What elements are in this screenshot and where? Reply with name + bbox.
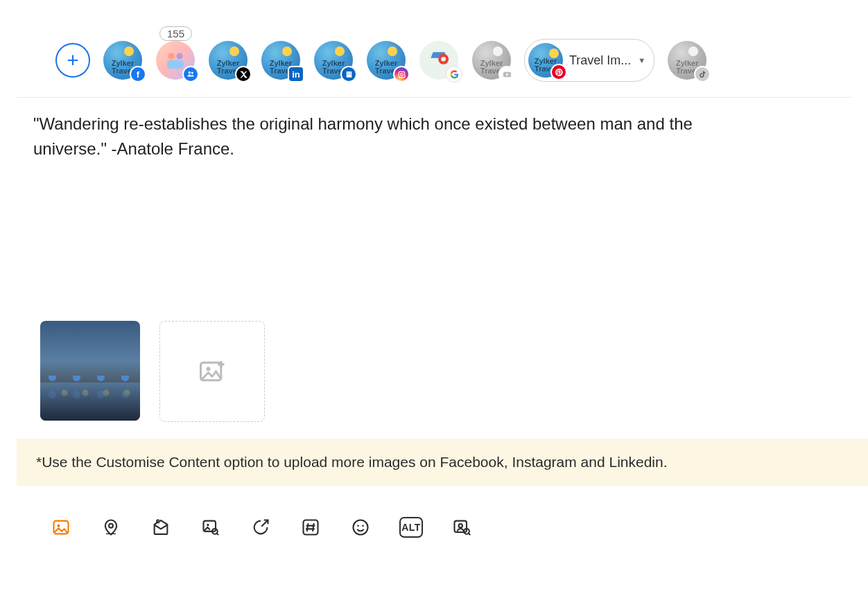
- channel-linkedin[interactable]: Zylker Travel in: [261, 40, 301, 80]
- svg-rect-6: [347, 72, 348, 73]
- svg-rect-5: [346, 71, 351, 78]
- svg-point-25: [354, 520, 368, 535]
- compose-text[interactable]: "Wandering re-establishes the original h…: [33, 112, 699, 161]
- share-button[interactable]: [150, 516, 172, 538]
- tag-people-button[interactable]: [451, 516, 473, 538]
- count-badge: 155: [159, 26, 192, 41]
- channel-tiktok[interactable]: Zylker Travel: [667, 40, 707, 80]
- hashtag-button[interactable]: [300, 516, 322, 538]
- google-icon: [446, 66, 462, 82]
- facebook-icon: f: [130, 66, 146, 82]
- svg-point-29: [459, 524, 462, 527]
- external-link-button[interactable]: [250, 516, 272, 538]
- svg-point-20: [109, 524, 113, 528]
- compose-area[interactable]: "Wandering re-establishes the original h…: [0, 98, 868, 175]
- svg-rect-24: [304, 520, 318, 535]
- group-icon: [182, 66, 199, 82]
- svg-rect-9: [349, 73, 350, 74]
- youtube-icon: [498, 66, 515, 82]
- channel-x[interactable]: Zylker Travel: [208, 40, 248, 80]
- x-icon: [235, 66, 252, 82]
- add-image-button[interactable]: [159, 321, 265, 422]
- channel-pinterest[interactable]: Zylker Travel Travel Im... ▼: [524, 39, 654, 82]
- svg-point-12: [403, 72, 403, 73]
- compose-toolbar: ALT: [0, 486, 868, 566]
- attachment-row: [0, 300, 868, 439]
- alt-label: ALT: [401, 522, 421, 533]
- hint-bar: *Use the Customise Content option to upl…: [17, 439, 868, 486]
- linkedin-company-icon: [340, 66, 357, 82]
- svg-point-19: [57, 525, 60, 527]
- media-button[interactable]: [50, 516, 72, 538]
- pinterest-icon: [550, 64, 567, 80]
- svg-point-11: [400, 73, 403, 76]
- hint-text: *Use the Customise Content option to upl…: [36, 454, 668, 470]
- chevron-down-icon: ▼: [638, 56, 645, 64]
- svg-point-4: [191, 72, 193, 74]
- svg-point-14: [441, 57, 446, 62]
- channel-linkedin-company[interactable]: Zylker Travel: [313, 40, 354, 80]
- channel-instagram[interactable]: Zylker Travel: [366, 40, 406, 80]
- svg-point-17: [207, 367, 211, 371]
- channel-facebook-group[interactable]: 155: [155, 40, 196, 80]
- channel-youtube[interactable]: Zylker Travel: [471, 40, 512, 80]
- channel-google-business[interactable]: [419, 40, 459, 80]
- svg-rect-2: [167, 60, 184, 69]
- channel-pinterest-label: Travel Im...: [569, 53, 631, 68]
- plus-icon: +: [67, 49, 79, 72]
- emoji-button[interactable]: [349, 516, 372, 538]
- channel-row: + Zylker Travel f 155 Zylker Travel: [17, 0, 851, 98]
- svg-point-0: [168, 53, 175, 60]
- svg-point-1: [177, 53, 183, 60]
- svg-point-3: [189, 71, 191, 74]
- svg-point-27: [362, 525, 364, 527]
- image-search-button[interactable]: [200, 516, 222, 538]
- add-image-icon: [197, 356, 227, 387]
- tiktok-icon: [694, 66, 711, 82]
- channel-facebook[interactable]: Zylker Travel f: [103, 40, 143, 80]
- svg-point-26: [357, 525, 359, 527]
- attached-image[interactable]: [40, 321, 140, 421]
- svg-point-22: [207, 524, 209, 526]
- linkedin-icon: in: [288, 66, 304, 82]
- location-button[interactable]: [100, 516, 122, 538]
- add-channel-button[interactable]: +: [55, 43, 90, 78]
- svg-rect-7: [349, 72, 350, 73]
- svg-rect-8: [347, 73, 348, 74]
- alt-text-button[interactable]: ALT: [399, 517, 423, 538]
- instagram-icon: [393, 66, 410, 82]
